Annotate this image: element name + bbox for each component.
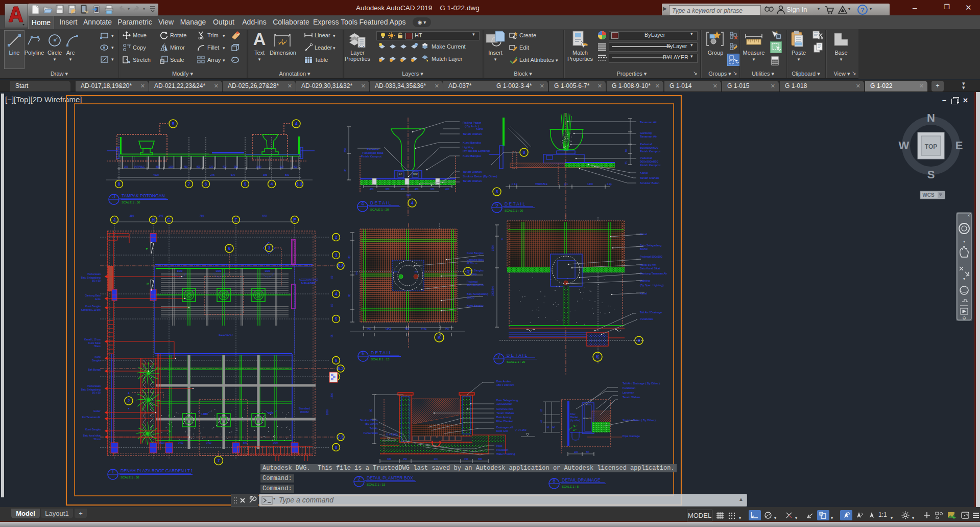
svg-text:Bangku: Bangku bbox=[92, 359, 101, 362]
svg-text:640: 640 bbox=[262, 214, 267, 217]
svg-text:?: ? bbox=[861, 6, 865, 14]
svg-text:Lanoman: Lanoman bbox=[623, 391, 634, 394]
svg-text:4: 4 bbox=[361, 201, 364, 207]
svg-text:5: 5 bbox=[244, 181, 247, 187]
svg-text:⊖: ⊖ bbox=[962, 315, 966, 320]
svg-text:Kanal 50 mm: Kanal 50 mm bbox=[640, 263, 657, 266]
svg-text:M: M bbox=[147, 282, 149, 285]
svg-text:Pipa drainage: Pipa drainage bbox=[623, 434, 640, 438]
svg-text:Batu Apung: Batu Apung bbox=[496, 416, 511, 419]
svg-text:LOD: LOD bbox=[216, 269, 222, 272]
svg-text:▶: ▶ bbox=[169, 429, 171, 432]
svg-text:95: 95 bbox=[330, 334, 333, 337]
svg-text:4: 4 bbox=[335, 291, 338, 296]
svg-text:SELASAR: SELASAR bbox=[219, 333, 233, 336]
svg-text:3: 3 bbox=[112, 194, 115, 199]
svg-text:▲: ▲ bbox=[128, 391, 130, 394]
svg-text:385: 385 bbox=[263, 173, 268, 176]
svg-text:LOD: LOD bbox=[265, 269, 271, 272]
svg-text:80: 80 bbox=[330, 304, 333, 307]
svg-text:300: 300 bbox=[405, 328, 409, 331]
svg-text:(By Spec. Lighting): (By Spec. Lighting) bbox=[640, 284, 664, 287]
svg-text:1400: 1400 bbox=[587, 182, 593, 186]
svg-text:Struktur Beton ( By Other ): Struktur Beton ( By Other ) bbox=[623, 419, 656, 422]
svg-text:60: 60 bbox=[625, 149, 628, 152]
svg-text:Kursi Bangku: Kursi Bangku bbox=[467, 269, 484, 272]
svg-text:Injuk: Injuk bbox=[496, 444, 503, 447]
svg-text:850: 850 bbox=[156, 166, 160, 168]
svg-text:Finish Kamprot: Finish Kamprot bbox=[640, 164, 661, 167]
svg-text:Kursi Bangku: Kursi Bangku bbox=[467, 304, 484, 307]
svg-text:900x900x850: 900x900x850 bbox=[467, 284, 484, 287]
svg-text:H: H bbox=[152, 217, 155, 222]
svg-text:D E T A I L: D E T A I L bbox=[507, 353, 528, 358]
svg-text:MANAGER: MANAGER bbox=[301, 282, 316, 285]
svg-text:▶: ▶ bbox=[146, 247, 148, 250]
svg-text:8: 8 bbox=[523, 150, 525, 155]
svg-text:K: K bbox=[596, 354, 600, 359]
svg-text:Perabotan: Perabotan bbox=[623, 386, 635, 389]
svg-text:Kursi Bangku: Kursi Bangku bbox=[467, 251, 484, 255]
svg-text:LOD: LOD bbox=[202, 413, 207, 416]
svg-text:Kursi: Kursi bbox=[95, 355, 101, 358]
svg-text:Pot Tanaman Air: Pot Tanaman Air bbox=[82, 416, 101, 419]
svg-text:380: 380 bbox=[478, 458, 482, 461]
svg-text:G: G bbox=[168, 217, 171, 222]
svg-text:5: 5 bbox=[335, 316, 338, 322]
svg-text:6: 6 bbox=[335, 358, 338, 363]
svg-text:✕: ✕ bbox=[967, 214, 970, 217]
svg-text:S: S bbox=[927, 168, 935, 181]
svg-text:Ø 50 cm: Ø 50 cm bbox=[467, 262, 477, 265]
svg-text:Pedestal: Pedestal bbox=[640, 156, 652, 159]
svg-text:Insulation: Insulation bbox=[496, 448, 509, 451]
svg-text:Concrete mix: Concrete mix bbox=[496, 407, 513, 410]
svg-text:1154: 1154 bbox=[421, 328, 427, 331]
svg-text:Batu Selagadang: Batu Selagadang bbox=[496, 399, 518, 402]
svg-text:8: 8 bbox=[335, 445, 338, 450]
svg-text:Batu Selagadang: Batu Selagadang bbox=[81, 388, 101, 391]
svg-text:Pedestal: Pedestal bbox=[467, 280, 477, 283]
svg-text:450: 450 bbox=[184, 166, 188, 168]
svg-text:570: 570 bbox=[231, 173, 235, 176]
svg-text:Tali Air / Drainage: Tali Air / Drainage bbox=[640, 311, 662, 314]
svg-text:50 x 50: 50 x 50 bbox=[92, 391, 101, 394]
svg-text:J: J bbox=[113, 217, 116, 222]
svg-text:(by special Lighting): (by special Lighting) bbox=[463, 149, 490, 152]
svg-text:150 x 150 mm: 150 x 150 mm bbox=[496, 383, 514, 386]
svg-text:1c3: 1c3 bbox=[434, 458, 438, 461]
svg-text:Hitam: Hitam bbox=[94, 345, 101, 348]
svg-text:SCALE 1 : 20: SCALE 1 : 20 bbox=[505, 209, 523, 212]
svg-text:TAMPAK POTONGAN: TAMPAK POTONGAN bbox=[122, 193, 165, 198]
svg-text:Root Grill: Root Grill bbox=[496, 429, 508, 432]
svg-text:p 1: p 1 bbox=[564, 182, 568, 186]
svg-text:50 cm: 50 cm bbox=[93, 438, 101, 441]
svg-text:400: 400 bbox=[223, 166, 227, 168]
svg-text:Bak Bunga: Bak Bunga bbox=[88, 368, 101, 371]
svg-text:SCALE 1 : 5: SCALE 1 : 5 bbox=[562, 485, 579, 488]
svg-text:DETAIL DRAINAGE: DETAIL DRAINAGE bbox=[562, 477, 601, 483]
svg-text:SCALE 1 : 20: SCALE 1 : 20 bbox=[507, 360, 525, 363]
svg-text:80: 80 bbox=[330, 276, 333, 279]
svg-text:3.3: 3.3 bbox=[338, 263, 344, 268]
svg-text:Perkerasan: Perkerasan bbox=[87, 384, 101, 387]
svg-text:800: 800 bbox=[285, 173, 290, 176]
svg-text:850: 850 bbox=[344, 148, 347, 153]
svg-text:8: 8 bbox=[118, 181, 121, 187]
svg-text:TOP: TOP bbox=[925, 143, 937, 150]
svg-text:Kursi Bangku: Kursi Bangku bbox=[85, 305, 101, 308]
svg-text:▼: ▼ bbox=[128, 407, 130, 410]
svg-text:E: E bbox=[955, 139, 963, 152]
svg-text:Kamprot L.10 cm: Kamprot L.10 cm bbox=[81, 308, 101, 311]
svg-text:N: N bbox=[927, 111, 935, 124]
svg-text:4: 4 bbox=[295, 121, 298, 126]
svg-text:800: 800 bbox=[243, 442, 247, 444]
svg-text:Tanaman Air: Tanaman Air bbox=[640, 121, 657, 124]
svg-text:Kanal: Kanal bbox=[640, 233, 647, 236]
svg-text:Perabotan: Perabotan bbox=[640, 317, 653, 320]
svg-text:Perkerasan: Perkerasan bbox=[87, 272, 101, 276]
svg-text:VARIABLE: VARIABLE bbox=[535, 182, 548, 186]
svg-text:Kursi Bangku: Kursi Bangku bbox=[85, 428, 101, 431]
svg-text:Pasangan Bata: Pasangan Bata bbox=[362, 151, 384, 154]
svg-text:Kanal L 10 cm: Kanal L 10 cm bbox=[84, 338, 101, 341]
svg-text:D E T A I L: D E T A I L bbox=[371, 350, 392, 355]
